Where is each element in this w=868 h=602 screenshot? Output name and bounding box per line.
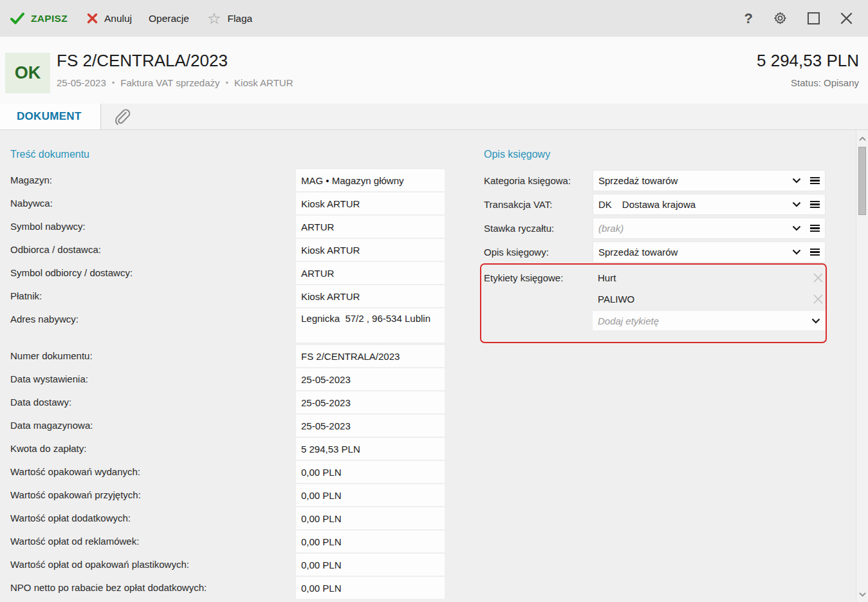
field-value: 0,00 PLN: [301, 512, 342, 525]
save-button[interactable]: ZAPISZ: [10, 12, 68, 24]
maximize-icon: [808, 12, 820, 24]
field-value-box[interactable]: 5 294,53 PLN: [296, 438, 445, 460]
field-value-box[interactable]: Kiosk ARTUR: [296, 285, 445, 307]
field-value: 0,00 PLN: [301, 489, 342, 502]
scroll-down-icon[interactable]: [856, 592, 868, 597]
accounting-field-row: Opis księgowy:Sprzedaż towarów: [0, 241, 836, 263]
field-label: Numer dokumentu:: [10, 345, 93, 367]
field-value: 0,00 PLN: [301, 466, 342, 479]
field-value-box[interactable]: 0,00 PLN: [296, 531, 445, 552]
field-label: Wartość opłat dodatkowych:: [10, 507, 131, 529]
field-value-box[interactable]: 0,00 PLN: [296, 554, 445, 576]
star-icon: ☆: [207, 11, 221, 26]
dropdown-field[interactable]: DKDostawa krajowa: [593, 194, 826, 215]
document-field-row: Wartość opłat od reklamówek:0,00 PLN: [0, 531, 450, 552]
tags-field-label: Etykiety księgowe:: [484, 267, 563, 288]
field-value-box[interactable]: 25-05-2023: [296, 391, 445, 413]
remove-tag-icon[interactable]: [812, 293, 824, 305]
document-amount: 5 294,53 PLN: [757, 51, 859, 71]
field-value-box[interactable]: FS 2/CENTRALA/2023: [296, 345, 445, 367]
dropdown-value: Sprzedaż towarów: [598, 175, 783, 186]
save-button-label: ZAPISZ: [31, 13, 68, 24]
chevron-down-icon[interactable]: [811, 318, 820, 324]
operations-button[interactable]: Operacje: [149, 13, 189, 24]
menu-icon[interactable]: [810, 225, 820, 232]
remove-tag-icon[interactable]: [812, 272, 824, 284]
toolbar: ZAPISZ Anuluj Operacje ☆ Flaga ?: [0, 0, 868, 37]
scroll-up-icon[interactable]: [856, 136, 868, 141]
settings-button[interactable]: [773, 12, 787, 25]
flag-button[interactable]: ☆ Flaga: [207, 11, 252, 26]
document-field-row: Symbol odbiorcy / dostawcy:ARTUR: [0, 262, 450, 284]
field-label: Symbol odbiorcy / dostawcy:: [10, 262, 133, 284]
close-button[interactable]: [840, 12, 853, 24]
field-value-box[interactable]: 0,00 PLN: [296, 577, 445, 599]
field-value-box[interactable]: 25-05-2023: [296, 415, 445, 437]
app-window: ZAPISZ Anuluj Operacje ☆ Flaga ?: [0, 0, 868, 602]
document-type: Faktura VAT sprzedaży: [120, 77, 219, 88]
field-value: 25-05-2023: [301, 373, 351, 386]
field-value-box[interactable]: 0,00 PLN: [296, 507, 445, 529]
document-status: Status: Opisany: [791, 77, 859, 88]
field-value: 0,00 PLN: [301, 581, 342, 595]
field-label: Opis księgowy:: [484, 241, 549, 263]
add-tag-placeholder: Dodaj etykietę: [598, 315, 811, 326]
field-value-box[interactable]: 0,00 PLN: [296, 461, 445, 483]
menu-icon[interactable]: [810, 201, 820, 208]
page-title: FS 2/CENTRALA/2023: [57, 51, 228, 71]
field-value: FS 2/CENTRALA/2023: [301, 350, 400, 363]
menu-icon[interactable]: [810, 177, 820, 184]
field-value-box[interactable]: ARTUR: [296, 262, 445, 284]
tab-dokument[interactable]: DOKUMENT: [0, 104, 101, 129]
document-field-row: Data dostawy:25-05-2023: [0, 391, 450, 413]
tab-attachments[interactable]: [102, 104, 143, 129]
field-label: Kwota do zapłaty:: [10, 438, 86, 460]
field-value: 25-05-2023: [301, 396, 351, 409]
field-label: Wartość opłat od reklamówek:: [10, 531, 139, 552]
close-icon: [840, 12, 853, 24]
accounting-field-row: Transakcja VAT:DKDostawa krajowa: [0, 194, 836, 215]
dropdown-field[interactable]: Sprzedaż towarów: [593, 170, 826, 191]
chevron-down-icon[interactable]: [792, 202, 801, 207]
document-field-row: Numer dokumentu:FS 2/CENTRALA/2023: [0, 345, 450, 367]
check-icon: [10, 12, 24, 24]
accounting-field-row: Kategoria księgowa:Sprzedaż towarów: [0, 170, 836, 191]
document-field-row: Wartość opakowań wydanych:0,00 PLN: [0, 461, 450, 483]
field-label: Data wystawienia:: [10, 368, 88, 390]
paperclip-icon: [113, 106, 132, 127]
document-field-row: Wartość opłat od opakowań plastikowych:0…: [0, 554, 450, 576]
cancel-button[interactable]: Anuluj: [87, 13, 132, 24]
field-value-box[interactable]: 0,00 PLN: [296, 484, 445, 506]
status-badge: OK: [5, 53, 50, 93]
field-label: Stawka ryczałtu:: [484, 218, 554, 239]
document-field-row: Adres nabywcy:Legnicka 57/2 , 96-534 Lub…: [0, 308, 450, 343]
add-tag-combobox[interactable]: Dodaj etykietę: [593, 311, 826, 330]
vertical-scrollbar[interactable]: [856, 130, 868, 602]
chevron-down-icon[interactable]: [792, 225, 801, 231]
field-value: Kiosk ARTUR: [301, 290, 360, 303]
tag-name: Hurt: [593, 272, 812, 283]
separator-dot: •: [112, 78, 115, 88]
document-field-row: Wartość opakowań przyjętych:0,00 PLN: [0, 484, 450, 506]
menu-icon[interactable]: [810, 249, 820, 256]
field-label: Data dostawy:: [10, 391, 71, 413]
tab-dokument-label: DOKUMENT: [17, 110, 82, 123]
document-field-row: Data wystawienia:25-05-2023: [0, 368, 450, 390]
accounting-fields: Kategoria księgowa:Sprzedaż towarówTrans…: [0, 170, 836, 265]
field-label: NPO netto po rabacie bez opłat dodatkowy…: [10, 577, 207, 599]
field-value-box[interactable]: 25-05-2023: [296, 368, 445, 390]
tag-row: PALIWO: [593, 288, 826, 310]
separator-dot: •: [226, 78, 229, 88]
dropdown-field[interactable]: Sprzedaż towarów: [593, 241, 826, 263]
help-button[interactable]: ?: [744, 10, 753, 27]
maximize-button[interactable]: [808, 12, 820, 24]
field-label: Wartość opakowań wydanych:: [10, 461, 140, 483]
dropdown-field[interactable]: (brak): [593, 218, 826, 239]
chevron-down-icon[interactable]: [792, 178, 801, 183]
scrollbar-thumb[interactable]: [858, 147, 866, 215]
section-heading-accounting: Opis księgowy: [484, 149, 550, 160]
document-field-row: Płatnik:Kiosk ARTUR: [0, 285, 450, 307]
field-value-box[interactable]: Legnicka 57/2 , 96-534 Lublin: [296, 308, 445, 343]
field-value: 5 294,53 PLN: [301, 442, 360, 456]
chevron-down-icon[interactable]: [792, 249, 801, 255]
